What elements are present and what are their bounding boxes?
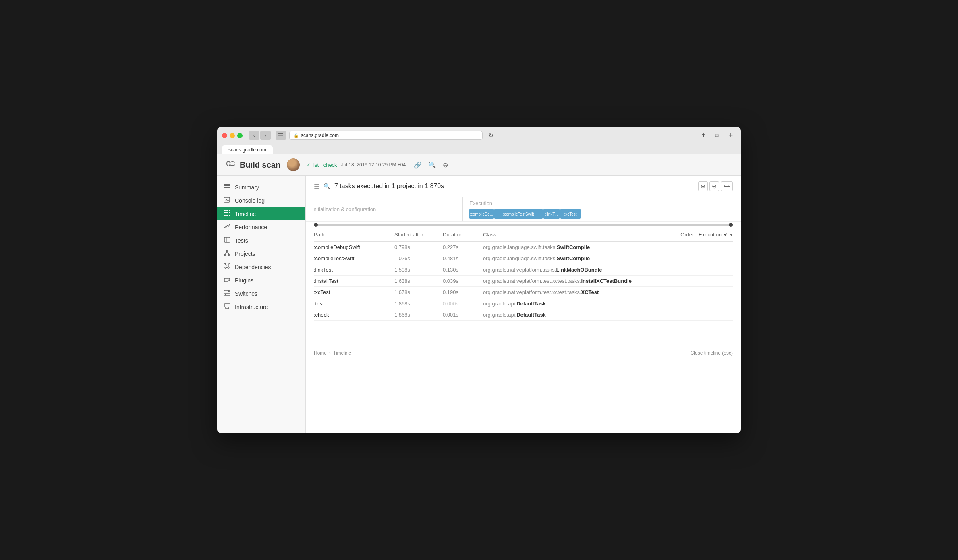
cell-path: :compileDebugSwift: [314, 244, 394, 250]
forward-button[interactable]: ›: [260, 131, 271, 140]
duplicate-button[interactable]: ⧉: [712, 131, 722, 140]
zoom-out-button[interactable]: ⊖: [709, 181, 719, 191]
timeline-search-icon[interactable]: 🔍: [323, 183, 330, 189]
address-bar[interactable]: 🔒 scans.gradle.com: [289, 131, 483, 140]
cell-class: org.gradle.api.DefaultTask: [483, 301, 733, 307]
timeline-bars: :compileDe... :compileTestSwift :linkT..…: [469, 209, 741, 219]
app-body: Summary Console log Timeline: [217, 176, 741, 433]
sidebar-item-switches[interactable]: Switches: [217, 287, 305, 300]
svg-rect-35: [224, 278, 228, 282]
tab-bar: scans.gradle.com: [222, 143, 736, 154]
slider-track: [314, 224, 733, 226]
zoom-in-button[interactable]: ⊕: [698, 181, 708, 191]
svg-rect-11: [226, 210, 228, 211]
timeline-visualization: Initialization & configuration Execution…: [306, 197, 741, 222]
col-header-order: Order: Execution Duration Path ▾: [680, 231, 733, 238]
sidebar-item-plugins[interactable]: Plugins: [217, 274, 305, 287]
close-timeline[interactable]: Close timeline (esc): [691, 350, 733, 356]
breadcrumb-home[interactable]: Home: [314, 350, 327, 356]
sidebar-label-dependencies: Dependencies: [235, 264, 271, 270]
chevron-down-icon: ▾: [730, 232, 733, 238]
list-icon: ☰: [314, 183, 319, 190]
table-row: :installTest 1.638s 0.039s org.gradle.na…: [314, 276, 733, 287]
cell-class: org.gradle.language.swift.tasks.SwiftCom…: [483, 244, 733, 250]
svg-rect-40: [224, 304, 230, 307]
col-header-class: Class: [483, 232, 680, 238]
cell-path: :check: [314, 312, 394, 318]
sidebar-item-summary[interactable]: Summary: [217, 180, 305, 194]
table-row: :test 1.868s 0.000s org.gradle.api.Defau…: [314, 298, 733, 309]
cell-path: :xcTest: [314, 289, 394, 295]
fullscreen-traffic-light[interactable]: [237, 133, 243, 138]
summary-icon: [224, 184, 231, 191]
cell-class: org.gradle.api.DefaultTask: [483, 312, 733, 318]
fit-button[interactable]: ⟷: [721, 181, 733, 191]
sidebar-toggle-icon: [278, 133, 283, 137]
timeline-bar-xctest: :xcTest: [560, 209, 581, 219]
minus-button[interactable]: ⊖: [441, 160, 450, 170]
search-button[interactable]: 🔍: [427, 160, 438, 170]
slider-fill: [314, 224, 733, 226]
browser-window: ‹ › 🔒 scans.gradle.com ↻ ⬆ ⧉ + sc: [217, 127, 741, 433]
reload-button[interactable]: ↻: [486, 131, 496, 140]
build-status-list[interactable]: list: [312, 162, 319, 168]
build-timestamp: Jul 18, 2019 12:10:29 PM +04: [341, 162, 406, 168]
cell-started: 0.798s: [394, 244, 443, 250]
sidebar-label-console-log: Console log: [235, 197, 265, 204]
sidebar-item-timeline[interactable]: Timeline: [217, 207, 305, 220]
sidebar-label-tests: Tests: [235, 237, 248, 244]
minimize-traffic-light[interactable]: [230, 133, 235, 138]
app-logo: Build scan: [225, 159, 280, 170]
tab-title: scans.gradle.com: [228, 147, 266, 153]
timeline-bar-compile-test: :compileTestSwift: [494, 209, 543, 219]
build-status-check[interactable]: check: [323, 162, 337, 168]
sidebar-item-projects[interactable]: Projects: [217, 247, 305, 260]
timeline-slider[interactable]: [306, 222, 741, 228]
order-select[interactable]: Execution Duration Path: [697, 231, 728, 238]
new-tab-button[interactable]: +: [726, 131, 736, 140]
sidebar-item-performance[interactable]: Performance: [217, 220, 305, 234]
svg-line-28: [225, 252, 227, 254]
cell-duration: 0.000s: [443, 301, 483, 307]
sidebar-toggle-button[interactable]: [276, 131, 286, 140]
svg-rect-15: [229, 212, 230, 213]
cell-duration: 0.130s: [443, 267, 483, 273]
sidebar-item-infrastructure[interactable]: Infrastructure: [217, 300, 305, 313]
svg-point-34: [229, 268, 230, 269]
close-traffic-light[interactable]: [222, 133, 227, 138]
timeline-title: 7 tasks executed in 1 project in 1.870s: [334, 183, 694, 190]
breadcrumb-current: Timeline: [333, 350, 351, 356]
col-header-duration: Duration: [443, 232, 483, 238]
col-header-started: Started after: [394, 232, 443, 238]
timeline-table: Path Started after Duration Class Order:…: [306, 228, 741, 321]
performance-icon: [224, 224, 231, 230]
cell-duration: 0.190s: [443, 289, 483, 295]
active-tab[interactable]: scans.gradle.com: [222, 145, 273, 154]
lock-icon: 🔒: [294, 133, 299, 138]
cell-path: :linkTest: [314, 267, 394, 273]
link-button[interactable]: 🔗: [412, 160, 423, 170]
sidebar-item-console-log[interactable]: Console log: [217, 194, 305, 207]
tests-icon: [224, 237, 231, 244]
cell-class: org.gradle.nativeplatform.test.xctest.ta…: [483, 289, 733, 295]
timeline-icon: [224, 210, 231, 217]
sidebar-label-timeline: Timeline: [235, 211, 256, 217]
share-button[interactable]: ⬆: [698, 131, 709, 140]
slider-handle-left[interactable]: [314, 223, 318, 227]
svg-rect-0: [278, 133, 283, 134]
cell-started: 1.868s: [394, 312, 443, 318]
svg-rect-12: [229, 210, 230, 211]
cell-duration: 0.481s: [443, 255, 483, 261]
svg-point-37: [228, 290, 230, 292]
svg-rect-4: [224, 184, 230, 185]
sidebar-label-summary: Summary: [235, 184, 259, 191]
sidebar-item-dependencies[interactable]: Dependencies: [217, 260, 305, 274]
build-status: ✓ list check: [306, 162, 337, 168]
sidebar-label-plugins: Plugins: [235, 277, 253, 284]
slider-handle-right[interactable]: [729, 223, 733, 227]
svg-rect-22: [224, 237, 230, 242]
back-button[interactable]: ‹: [249, 131, 259, 140]
cell-path: :compileTestSwift: [314, 255, 394, 261]
sidebar-item-tests[interactable]: Tests: [217, 234, 305, 247]
init-lane: Initialization & configuration: [306, 197, 463, 221]
